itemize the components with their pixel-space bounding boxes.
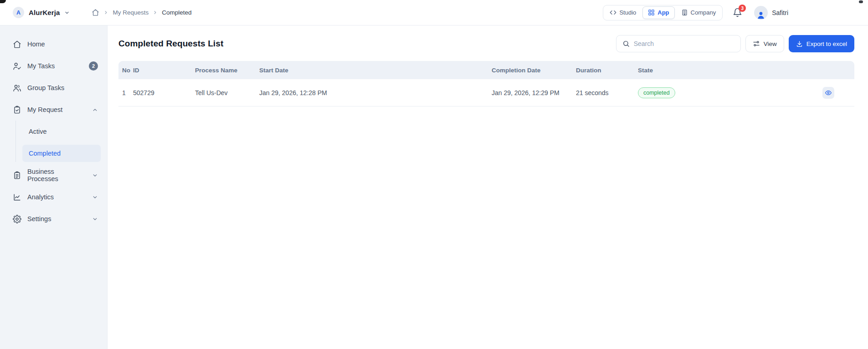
user-check-icon [13, 62, 21, 71]
table-header-row: No ID Process Name Start Date Completion… [118, 61, 854, 79]
column-header-completion-date: Completion Date [492, 67, 576, 74]
home-icon [13, 40, 21, 49]
column-header-process-name: Process Name [195, 67, 259, 74]
sidebar-item-active[interactable]: Active [22, 121, 101, 142]
cell-process-name: Tell Us-Dev [195, 89, 259, 96]
toolbar: Completed Requests List View [118, 35, 854, 52]
sidebar-item-my-tasks[interactable]: My Tasks 2 [0, 55, 107, 77]
tab-app[interactable]: App [642, 6, 674, 19]
cell-id: 502729 [133, 89, 195, 96]
page-title: Completed Requests List [118, 39, 223, 49]
code-icon [610, 9, 616, 16]
column-header-no: No [122, 67, 133, 74]
chevron-up-icon [92, 107, 98, 113]
user-name: Safitri [772, 9, 788, 16]
sidebar-item-business-processes[interactable]: Business Processes [0, 164, 107, 186]
completed-requests-table: No ID Process Name Start Date Completion… [118, 61, 854, 106]
chevron-right-icon [103, 10, 108, 15]
column-header-id: ID [133, 67, 195, 74]
breadcrumb-my-requests[interactable]: My Requests [113, 9, 149, 16]
sidebar-item-label: Business Processes [27, 168, 86, 182]
clipboard-list-icon [13, 171, 21, 180]
sidebar-item-label: Settings [27, 215, 86, 223]
sidebar-item-label: Group Tasks [27, 84, 98, 91]
brand-switcher[interactable]: A AlurKerja [13, 7, 70, 18]
column-header-start-date: Start Date [259, 67, 492, 74]
toolbar-right: View Export to excel [616, 35, 854, 52]
breadcrumb-completed: Completed [162, 9, 191, 16]
status-badge: completed [638, 87, 675, 98]
search-input[interactable] [634, 40, 734, 47]
export-to-excel-button[interactable]: Export to excel [789, 35, 854, 52]
top-bar: A AlurKerja My Requests Completed Studio [0, 0, 868, 25]
view-request-button[interactable] [822, 87, 834, 99]
search-box [616, 35, 741, 52]
sliders-icon [753, 40, 760, 47]
home-icon[interactable] [92, 9, 99, 16]
clipboard-check-icon [13, 106, 21, 114]
grid-icon [648, 9, 655, 16]
search-icon [622, 40, 630, 47]
chevron-down-icon [92, 194, 98, 200]
sidebar: Home My Tasks 2 Group Tasks My Request [0, 25, 108, 349]
brand-avatar: A [13, 7, 24, 18]
cell-state: completed [638, 87, 822, 98]
screen-corner-artifact [0, 0, 6, 3]
cell-actions [822, 87, 854, 99]
tab-studio[interactable]: Studio [604, 6, 642, 19]
chevron-down-icon [92, 216, 98, 222]
top-bar-right: Studio App Company 3 [603, 5, 788, 20]
sidebar-item-label: My Tasks [27, 62, 83, 70]
tab-company[interactable]: Company [676, 6, 722, 19]
person-icon [756, 10, 765, 20]
line-chart-icon [13, 193, 21, 202]
eye-icon [825, 89, 832, 96]
main-content: Completed Requests List View [108, 25, 868, 349]
sidebar-item-group-tasks[interactable]: Group Tasks [0, 77, 107, 99]
chevron-down-icon [64, 10, 70, 15]
sidebar-item-label: Completed [29, 150, 61, 157]
sidebar-item-home[interactable]: Home [0, 33, 107, 55]
sidebar-item-my-request[interactable]: My Request [0, 99, 107, 121]
brand-name: AlurKerja [29, 9, 60, 16]
workspace-switcher: Studio App Company [603, 5, 723, 20]
view-button[interactable]: View [745, 35, 784, 52]
sidebar-item-settings[interactable]: Settings [0, 208, 107, 230]
chevron-right-icon [153, 10, 158, 15]
avatar [754, 6, 768, 20]
column-header-duration: Duration [576, 67, 638, 74]
column-header-state: State [638, 67, 822, 74]
chevron-down-icon [92, 172, 98, 178]
cell-duration: 21 seconds [576, 89, 638, 96]
sidebar-item-label: Analytics [27, 193, 86, 201]
sidebar-item-label: Home [27, 40, 98, 48]
gear-icon [13, 215, 21, 223]
building-icon [681, 9, 688, 16]
cell-no: 1 [122, 89, 133, 96]
sidebar-item-label: Active [29, 128, 47, 135]
cell-start-date: Jan 29, 2026, 12:28 PM [259, 89, 492, 96]
my-request-sub-list: Active Completed [15, 121, 107, 162]
table-row: 1 502729 Tell Us-Dev Jan 29, 2026, 12:28… [118, 79, 854, 106]
download-icon [796, 40, 803, 47]
users-icon [13, 84, 21, 92]
notifications-button[interactable]: 3 [733, 8, 742, 17]
notification-count-badge: 3 [739, 5, 746, 12]
sidebar-item-label: My Request [27, 106, 86, 113]
my-tasks-count-badge: 2 [89, 61, 98, 71]
user-menu[interactable]: Safitri [754, 6, 788, 20]
breadcrumb: My Requests Completed [92, 9, 191, 16]
cell-completion-date: Jan 29, 2026, 12:29 PM [492, 89, 576, 96]
screen-corner-artifact-right [859, 0, 863, 3]
sidebar-item-analytics[interactable]: Analytics [0, 186, 107, 208]
sidebar-item-completed[interactable]: Completed [22, 145, 101, 162]
